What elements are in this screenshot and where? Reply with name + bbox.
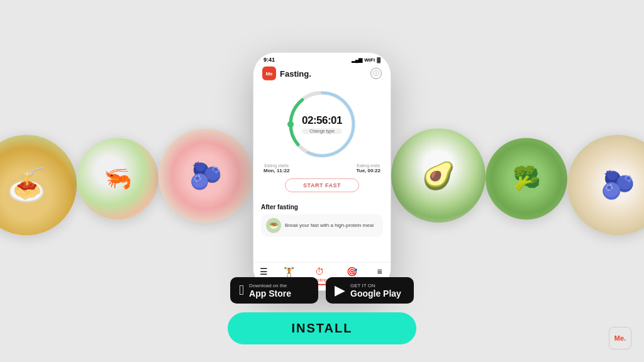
wifi-icon: WiFi — [364, 57, 375, 62]
google-play-line2: Google Play — [350, 288, 401, 299]
signal-icon: ▂▄▆ — [352, 57, 363, 62]
google-play-line1: GET IT ON — [350, 283, 401, 288]
status-bar: 9:41 ▂▄▆ WiFi ▓ — [253, 53, 391, 64]
start-fast-button[interactable]: START FAST — [285, 178, 359, 192]
me-logo-corner: Me. — [609, 327, 631, 349]
status-time: 9:41 — [264, 57, 275, 63]
status-icons: ▂▄▆ WiFi ▓ — [352, 57, 380, 62]
app-logo: Me Fasting. — [262, 67, 311, 80]
plan-icon: ☰ — [260, 266, 268, 277]
oatmeal-plate: 🫐 — [567, 134, 644, 235]
eating-times: Eating starts Mon, 11:22 Eating ends Tue… — [253, 162, 391, 175]
timer-circle: 02:56:01 Change type — [284, 87, 360, 162]
google-play-icon: ▶ — [335, 282, 345, 299]
challenges-icon: 🎯 — [347, 266, 357, 277]
store-buttons:  Download on the App Store ▶ GET IT ON … — [230, 277, 414, 304]
meal-text: Break your fast with a high-protein meal — [285, 222, 374, 229]
meal-icon: 🥗 — [266, 218, 281, 233]
berry-plate: 🫐 — [158, 128, 253, 222]
install-button[interactable]: INSTALL — [228, 312, 416, 344]
timer-section: 02:56:01 Change type Eating starts Mon, … — [253, 84, 391, 200]
after-fasting-section: After fasting 🥗 Break your fast with a h… — [253, 200, 391, 239]
phone-screen: 9:41 ▂▄▆ WiFi ▓ Me Fasting. ⓘ — [253, 52, 391, 291]
timer-value: 02:56:01 — [302, 114, 342, 127]
battery-icon: ▓ — [377, 57, 380, 62]
fasting-icon: ⏱ — [315, 266, 324, 277]
eating-ends-value: Tue, 00:22 — [356, 168, 380, 173]
phone-mockup: 9:41 ▂▄▆ WiFi ▓ Me Fasting. ⓘ — [253, 52, 391, 291]
avocado-plate: 🥑 — [391, 128, 486, 222]
google-play-text: GET IT ON Google Play — [350, 283, 401, 299]
after-fasting-title: After fasting — [261, 204, 383, 211]
app-store-line1: Download on the — [249, 283, 291, 288]
app-name: Fasting. — [280, 69, 311, 78]
more-icon: ≡ — [377, 266, 382, 277]
google-play-button[interactable]: ▶ GET IT ON Google Play — [326, 277, 414, 304]
pasta-plate: 🍝 — [0, 134, 77, 235]
shrimp-plate: 🦐 — [77, 138, 158, 219]
app-store-line2: App Store — [249, 288, 291, 299]
timer-change-label[interactable]: Change type — [302, 128, 342, 134]
bottom-section:  Download on the App Store ▶ GET IT ON … — [228, 277, 416, 344]
logo-icon: Me — [262, 67, 276, 80]
eating-starts-block: Eating starts Mon, 11:22 — [264, 163, 289, 173]
svg-point-3 — [287, 121, 294, 128]
eating-ends-label: Eating ends — [356, 163, 380, 168]
workouts-icon: 🏋 — [284, 266, 294, 277]
soup-plate: 🥦 — [486, 138, 567, 219]
timer-text: 02:56:01 Change type — [302, 114, 342, 134]
eating-ends-block: Eating ends Tue, 00:22 — [356, 163, 380, 173]
info-icon[interactable]: ⓘ — [370, 68, 382, 79]
app-header: Me Fasting. ⓘ — [253, 64, 391, 84]
apple-icon:  — [239, 282, 244, 299]
meal-suggestion: 🥗 Break your fast with a high-protein me… — [261, 214, 383, 237]
app-store-button[interactable]:  Download on the App Store — [230, 277, 318, 304]
app-store-text: Download on the App Store — [249, 283, 291, 299]
eating-starts-value: Mon, 11:22 — [264, 168, 289, 173]
eating-starts-label: Eating starts — [264, 163, 289, 168]
